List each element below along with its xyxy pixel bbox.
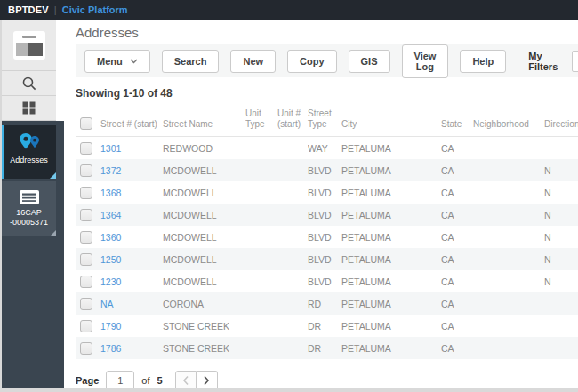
app-grid-button[interactable] (2, 96, 56, 121)
column-state: State (441, 100, 473, 137)
street-number-link[interactable]: 1368 (100, 188, 121, 198)
street-type-cell: BLVD (308, 181, 341, 204)
column-city: City (341, 100, 441, 137)
row-checkbox[interactable] (80, 276, 92, 288)
unit-type-cell (245, 248, 277, 270)
tab-label-line2: -00005371 (10, 218, 48, 228)
gis-button[interactable]: GIS (349, 50, 390, 73)
street-type-cell: WAY (308, 137, 341, 160)
tab-label: Addresses (10, 156, 48, 165)
sidebar-tab-strip: Addresses 16CAP -00005371 (2, 121, 64, 388)
street-name-cell: STONE CREEK (163, 337, 245, 359)
state-cell: CA (441, 337, 473, 359)
neighborhood-cell (473, 159, 544, 181)
copy-button[interactable]: Copy (287, 50, 337, 73)
table-row: 1250 MCDOWELL BLVD PETALUMA CA N (76, 248, 578, 270)
row-checkbox[interactable] (80, 209, 92, 221)
row-checkbox[interactable] (80, 164, 92, 177)
content-panel: Addresses Menu Search New Copy GIS View … (56, 20, 578, 388)
sidebar-tab-record[interactable]: 16CAP -00005371 (2, 181, 56, 236)
view-log-button[interactable]: View Log (402, 44, 449, 78)
neighborhood-cell (473, 226, 544, 248)
page-label: Page (76, 375, 99, 386)
unit-number-cell (277, 226, 308, 248)
direction-cell: N (544, 181, 578, 204)
sidebar-tab-addresses[interactable]: Addresses (2, 125, 56, 179)
menu-button[interactable]: Menu (84, 50, 150, 73)
unit-type-cell (245, 204, 277, 226)
street-number-link[interactable]: 1364 (100, 210, 121, 220)
page-number-input[interactable] (106, 371, 134, 388)
app-grid-icon (22, 101, 36, 115)
street-number-link[interactable]: 1301 (100, 143, 121, 154)
street-number-link[interactable]: NA (100, 299, 114, 309)
topbar-separator: | (54, 4, 57, 15)
search-button[interactable]: Search (162, 50, 220, 73)
street-type-cell: BLVD (308, 159, 341, 181)
my-filters-label: My Filters (528, 51, 567, 72)
neighborhood-cell (473, 315, 544, 337)
column-unit-type: Unit Type (245, 100, 277, 137)
select-all-checkbox[interactable] (80, 117, 92, 130)
unit-number-cell (277, 159, 308, 181)
table-row: 1368 MCDOWELL BLVD PETALUMA CA N (76, 181, 578, 204)
direction-cell: N (544, 204, 578, 226)
table-row: 1360 MCDOWELL BLVD PETALUMA CA N (76, 226, 578, 248)
row-checkbox[interactable] (80, 187, 92, 199)
street-number-link[interactable]: 1786 (100, 343, 121, 354)
street-type-cell: DR (308, 337, 341, 359)
map-pins-icon (16, 132, 43, 153)
column-street-name: Street Name (163, 100, 245, 137)
street-type-cell: BLVD (308, 204, 341, 226)
column-unit-number: Unit # (start) (277, 100, 308, 137)
direction-cell (544, 337, 578, 359)
column-street-type: Street Type (308, 100, 341, 137)
street-name-cell: MCDOWELL (163, 204, 245, 226)
row-checkbox[interactable] (80, 320, 92, 332)
table-row: 1372 MCDOWELL BLVD PETALUMA CA N (76, 159, 578, 181)
street-name-cell: CORONA (163, 292, 245, 315)
unit-number-cell (277, 137, 308, 160)
street-number-link[interactable]: 1230 (100, 276, 121, 287)
street-number-link[interactable]: 1790 (100, 321, 121, 332)
unit-type-cell (245, 226, 277, 248)
accela-logo-icon (13, 31, 45, 60)
unit-type-cell (245, 270, 277, 292)
tab-label-line1: 16CAP (16, 208, 42, 218)
record-list-icon (19, 189, 40, 205)
my-filters-select[interactable]: --Select-- (572, 51, 578, 72)
city-cell: PETALUMA (341, 137, 441, 160)
row-checkbox[interactable] (80, 342, 92, 355)
column-direction: Direction (544, 100, 578, 137)
active-tab-accent (2, 125, 4, 179)
state-cell: CA (441, 226, 473, 248)
page-nav-group (175, 371, 218, 388)
row-checkbox[interactable] (80, 231, 92, 244)
unit-type-cell (245, 292, 277, 315)
street-type-cell: RD (308, 292, 341, 315)
tab-corner-handle (50, 172, 56, 179)
street-name-cell: MCDOWELL (163, 159, 245, 181)
previous-page-button[interactable] (175, 371, 197, 388)
neighborhood-cell (473, 181, 544, 204)
city-cell: PETALUMA (341, 270, 441, 292)
row-checkbox[interactable] (80, 253, 92, 266)
city-cell: PETALUMA (341, 204, 441, 226)
street-number-link[interactable]: 1360 (100, 232, 121, 243)
direction-cell: N (544, 270, 578, 292)
street-number-link[interactable]: 1250 (100, 254, 121, 265)
unit-type-cell (245, 159, 277, 181)
next-page-button[interactable] (197, 371, 218, 388)
row-checkbox[interactable] (80, 142, 92, 155)
unit-type-cell (245, 337, 277, 359)
launchpad-logo-button[interactable] (2, 20, 56, 71)
new-button[interactable]: New (230, 50, 276, 73)
state-cell: CA (441, 248, 473, 270)
state-cell: CA (441, 137, 473, 160)
global-search-button[interactable] (2, 71, 56, 96)
row-checkbox[interactable] (80, 298, 92, 310)
help-button[interactable]: Help (460, 50, 506, 73)
street-number-link[interactable]: 1372 (100, 165, 121, 176)
direction-cell (544, 292, 578, 315)
state-cell: CA (441, 181, 473, 204)
